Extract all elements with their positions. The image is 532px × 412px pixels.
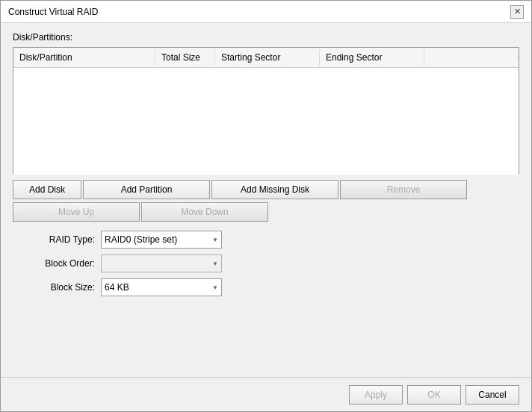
block-order-label: Block Order: xyxy=(28,258,95,269)
block-order-select-wrapper xyxy=(101,255,222,272)
raid-type-row: RAID Type: RAID0 (Stripe set) RAID1 (Mir… xyxy=(28,231,519,249)
disk-partition-table: Disk/Partition Total Size Starting Secto… xyxy=(13,47,519,174)
move-down-button[interactable]: Move Down xyxy=(141,202,268,222)
buttons-row-1: Add Disk Add Partition Add Missing Disk … xyxy=(13,180,519,199)
col-header-total-size: Total Size xyxy=(155,49,215,66)
col-header-ending-sector: Ending Sector xyxy=(320,49,424,66)
block-size-select[interactable]: 64 KB 128 KB 256 KB 512 KB 1 MB xyxy=(101,278,222,296)
bottom-bar: Apply OK Cancel xyxy=(1,377,531,411)
disk-partitions-label: Disk/Partitions: xyxy=(13,32,519,43)
add-missing-disk-button[interactable]: Add Missing Disk xyxy=(211,180,338,199)
block-order-row: Block Order: xyxy=(28,255,519,272)
add-partition-button[interactable]: Add Partition xyxy=(83,180,210,199)
raid-type-label: RAID Type: xyxy=(28,234,95,245)
block-order-select[interactable] xyxy=(101,255,222,272)
block-size-row: Block Size: 64 KB 128 KB 256 KB 512 KB 1… xyxy=(28,278,519,296)
move-up-button[interactable]: Move Up xyxy=(13,202,140,222)
table-header: Disk/Partition Total Size Starting Secto… xyxy=(13,48,519,68)
cancel-button[interactable]: Cancel xyxy=(466,385,519,405)
block-size-select-wrapper: 64 KB 128 KB 256 KB 512 KB 1 MB xyxy=(101,278,222,296)
title-bar: Construct Virtual RAID ✕ xyxy=(1,1,531,23)
close-button[interactable]: ✕ xyxy=(510,5,524,19)
buttons-row-2: Move Up Move Down xyxy=(13,202,519,222)
ok-button[interactable]: OK xyxy=(407,385,461,405)
col-header-starting-sector: Starting Sector xyxy=(215,49,320,66)
col-header-extra xyxy=(424,54,519,60)
block-size-label: Block Size: xyxy=(28,282,95,293)
dialog: Construct Virtual RAID ✕ Disk/Partitions… xyxy=(0,0,532,412)
dialog-title: Construct Virtual RAID xyxy=(8,7,99,17)
raid-type-select-wrapper: RAID0 (Stripe set) RAID1 (Mirror) RAID5 … xyxy=(101,231,222,249)
col-header-disk: Disk/Partition xyxy=(13,49,155,66)
remove-button[interactable]: Remove xyxy=(340,180,467,199)
raid-type-select[interactable]: RAID0 (Stripe set) RAID1 (Mirror) RAID5 … xyxy=(101,231,222,249)
add-disk-button[interactable]: Add Disk xyxy=(13,180,81,199)
content-area: Disk/Partitions: Disk/Partition Total Si… xyxy=(1,23,531,311)
apply-button[interactable]: Apply xyxy=(349,385,403,405)
table-body xyxy=(13,68,519,175)
